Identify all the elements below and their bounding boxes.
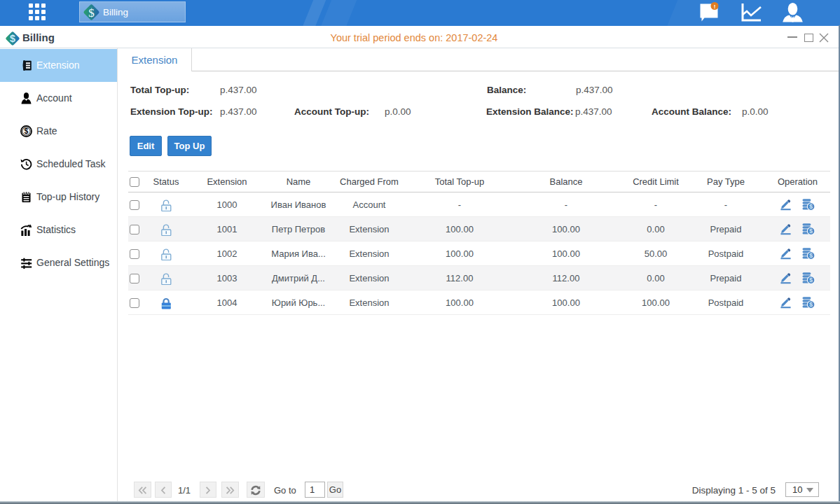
svg-text:$: $ xyxy=(25,127,29,135)
svg-text:$: $ xyxy=(88,6,95,19)
svg-text:!: ! xyxy=(714,4,716,10)
